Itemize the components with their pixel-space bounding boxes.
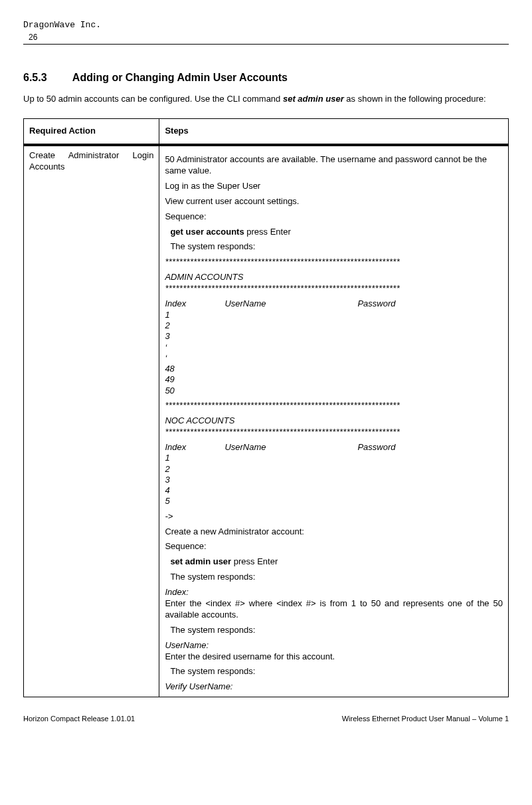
procedure-table: Required Action Steps Create Administrat… (23, 118, 509, 697)
row-49: 49 (165, 374, 503, 385)
col-header-action: Required Action (24, 119, 159, 145)
create-account-label: Create a new Administrator account: (165, 526, 503, 538)
row-48: 48 (165, 364, 503, 374)
cmd-set-admin-user: set admin user (170, 556, 231, 566)
row-1: 1 (165, 310, 503, 320)
noc-accounts-header: NOC ACCOUNTS (165, 415, 503, 427)
row-dot: ‘ (165, 353, 503, 364)
index-instruction: Enter the <index #> where <index #> is f… (165, 598, 503, 621)
cmd-get-user-accounts: get user accounts (170, 227, 244, 237)
page-number-top: 26 (23, 33, 509, 45)
section-number: 6.5.3 (23, 71, 70, 85)
prompt-username: UserName: (165, 640, 503, 651)
noc-row-5: 5 (165, 496, 503, 507)
star-divider: ****************************************… (165, 400, 503, 411)
noc-row-4: 4 (165, 485, 503, 496)
sequence-label: Sequence: (165, 211, 503, 223)
admin-column-row: Index UserName Password (165, 298, 503, 310)
sequence-cmd-get: get user accounts press Enter (170, 227, 503, 238)
prompt-index: Index: (165, 587, 503, 598)
col-index: Index (165, 298, 224, 310)
row-50: 50 (165, 386, 503, 396)
action-cell: Create Administrator Login Accounts (24, 145, 159, 697)
noc-row-2: 2 (165, 464, 503, 475)
intro-paragraph: Up to 50 admin accounts can be configure… (23, 94, 509, 105)
system-responds-3: The system responds: (170, 625, 503, 636)
cmd-get-rest: press Enter (244, 227, 291, 237)
col-index: Index (165, 442, 224, 453)
page-footer: Horizon Compact Release 1.01.01 Wireless… (23, 714, 509, 723)
noc-row-1: 1 (165, 453, 503, 463)
footer-right: Wireless Ethernet Product User Manual – … (342, 714, 509, 723)
table-row: Create Administrator Login Accounts 50 A… (24, 145, 509, 697)
steps-view: View current user account settings. (165, 196, 503, 207)
row-dot: ‘ (165, 342, 503, 353)
col-password: Password (357, 442, 395, 453)
star-divider: ****************************************… (165, 283, 503, 294)
noc-row-3: 3 (165, 475, 503, 485)
star-divider: ****************************************… (165, 257, 503, 268)
row-3: 3 (165, 331, 503, 342)
star-divider: ****************************************… (165, 427, 503, 438)
section-heading: 6.5.3 Adding or Changing Admin User Acco… (23, 71, 509, 85)
cli-prompt: -> (165, 511, 503, 522)
intro-command: set admin user (283, 94, 344, 104)
prompt-verify-username: Verify UserName: (165, 681, 503, 693)
steps-login: Log in as the Super User (165, 181, 503, 192)
system-responds-2: The system responds: (170, 572, 503, 583)
cmd-set-rest: press Enter (231, 556, 278, 566)
col-username: UserName (224, 298, 357, 310)
row-2: 2 (165, 320, 503, 331)
col-header-steps: Steps (159, 119, 509, 145)
system-responds-1: The system responds: (170, 241, 503, 253)
admin-accounts-header: ADMIN ACCOUNTS (165, 272, 503, 283)
noc-column-row: Index UserName Password (165, 442, 503, 453)
steps-availability: 50 Administrator accounts are available.… (165, 154, 503, 177)
username-instruction: Enter the desired username for this acco… (165, 651, 503, 663)
steps-cell: 50 Administrator accounts are available.… (159, 145, 509, 697)
section-title: Adding or Changing Admin User Accounts (72, 72, 288, 83)
footer-left: Horizon Compact Release 1.01.01 (23, 714, 135, 723)
intro-after: as shown in the following procedure: (344, 94, 486, 104)
system-responds-4: The system responds: (170, 666, 503, 677)
intro-before: Up to 50 admin accounts can be configure… (23, 94, 283, 104)
sequence-cmd-set: set admin user press Enter (170, 556, 503, 568)
col-password: Password (357, 298, 395, 310)
company-name: DragonWave Inc. (23, 20, 509, 31)
col-username: UserName (224, 442, 357, 453)
sequence-label-2: Sequence: (165, 541, 503, 552)
